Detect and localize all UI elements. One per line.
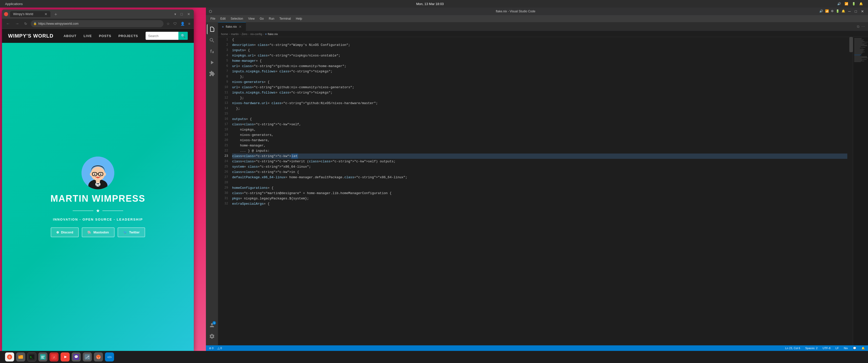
refresh-button[interactable]: ↻	[23, 21, 29, 27]
browser-tab-active[interactable]: Wimpy's World ✕	[10, 11, 51, 17]
code-line-19[interactable]: nixos-generators,	[232, 132, 847, 138]
statusbar-warnings[interactable]: △ 0	[217, 346, 223, 350]
run-debug-icon[interactable]	[207, 58, 217, 68]
statusbar-line-col[interactable]: Ln 23, Col 6	[784, 346, 801, 350]
code-line-5[interactable]: home-manager= {	[232, 58, 847, 64]
minimize-button[interactable]: ▾	[173, 11, 178, 16]
notification-icon[interactable]: 🔔	[859, 2, 863, 5]
menu-icon[interactable]: ≡	[187, 21, 191, 26]
taskbar-terminal[interactable]: $_	[27, 353, 36, 362]
vscode-bell-icon[interactable]: 🔔	[841, 9, 845, 13]
menu-go[interactable]: Go	[257, 16, 266, 22]
menu-file[interactable]: File	[208, 16, 218, 22]
tab-close-button[interactable]: ✕	[44, 12, 48, 16]
statusbar-language[interactable]: Nix	[843, 346, 849, 350]
vscode-settings-icon[interactable]: ⚙	[831, 9, 834, 13]
statusbar-line-ending[interactable]: LF	[834, 346, 840, 350]
search-icon[interactable]	[207, 35, 217, 45]
code-line-21[interactable]: home-manager,	[232, 143, 847, 148]
taskbar-files[interactable]	[16, 353, 25, 362]
shield-icon[interactable]: 🛡	[172, 21, 178, 26]
menu-help[interactable]: Help	[293, 16, 305, 22]
code-line-23[interactable]: class=class="c-string">"c-kw">let	[232, 154, 847, 159]
vscode-code-area[interactable]: 1234567891011121314151617181920212223242…	[218, 37, 849, 345]
profile-icon[interactable]: 👤	[179, 21, 186, 26]
scrollbar-thumb[interactable]	[849, 37, 853, 52]
new-tab-button[interactable]: ＋	[53, 11, 59, 17]
breadcrumb-home[interactable]: home	[221, 33, 228, 36]
code-line-20[interactable]: nixos-hardware,	[232, 138, 847, 143]
breadcrumb-nix-config[interactable]: nix-config	[250, 33, 262, 36]
settings-gear-icon[interactable]	[207, 331, 217, 341]
taskbar-youtube[interactable]	[61, 353, 70, 362]
nav-projects[interactable]: PROJECTS	[118, 34, 138, 38]
twitter-button[interactable]: 🐦 Twitter	[118, 227, 145, 237]
taskbar-editor[interactable]	[38, 353, 48, 362]
close-button[interactable]: ✕	[186, 11, 192, 16]
code-line-26[interactable]: class=class="c-string">"c-kw">in {	[232, 169, 847, 175]
statusbar-encoding[interactable]: UTF-8	[822, 346, 831, 350]
code-line-28[interactable]	[232, 180, 847, 185]
code-line-15[interactable]	[232, 111, 847, 117]
statusbar-errors[interactable]: ⊘ 0	[208, 346, 215, 350]
code-line-13[interactable]: nixos-hardware.url= class="c-string">"gi…	[232, 101, 847, 106]
discord-button[interactable]: ⊕ Discord	[51, 227, 79, 237]
code-line-8[interactable]: };	[232, 74, 847, 79]
account-icon[interactable]	[207, 320, 217, 330]
code-line-9[interactable]: nixos-generators= {	[232, 79, 847, 85]
vscode-maximize-btn[interactable]: □	[854, 9, 858, 13]
menu-view[interactable]: View	[246, 16, 257, 22]
menu-edit[interactable]: Edit	[218, 16, 228, 22]
applications-menu[interactable]: Applications	[5, 2, 23, 6]
vscode-scrollbar[interactable]	[849, 37, 853, 345]
code-line-12[interactable]: };	[232, 95, 847, 101]
breadcrumb-file[interactable]: flake.nix	[268, 33, 278, 36]
forward-button[interactable]: →	[13, 21, 21, 27]
code-line-29[interactable]: homeConfigurations= {	[232, 185, 847, 191]
search-input[interactable]	[146, 34, 178, 38]
extensions-icon[interactable]	[207, 69, 217, 79]
statusbar-notifications[interactable]: 🔔	[861, 346, 866, 350]
code-line-17[interactable]: class=class="c-string">"c-kw">self,	[232, 122, 847, 127]
bookmark-icon[interactable]: ☆	[165, 21, 171, 26]
code-line-22[interactable]: ... } @ inputs:	[232, 148, 847, 154]
nav-posts[interactable]: POSTS	[99, 34, 111, 38]
vscode-minimize-btn[interactable]: ─	[847, 9, 852, 13]
maximize-button[interactable]: □	[179, 11, 184, 16]
taskbar-git[interactable]: ⎇	[83, 353, 92, 362]
menu-run[interactable]: Run	[266, 16, 277, 22]
taskbar-vscode[interactable]: </>	[105, 353, 114, 362]
code-line-30[interactable]: class="c-string">"martin@designare" = ho…	[232, 191, 847, 196]
menu-terminal[interactable]: Terminal	[277, 16, 293, 22]
code-line-18[interactable]: nixpkgs,	[232, 127, 847, 132]
taskbar-chat[interactable]: 💬	[72, 353, 81, 362]
breadcrumb-zero[interactable]: Zero	[242, 33, 247, 36]
code-line-11[interactable]: inputs.nixpkgs.follows= class="c-string"…	[232, 90, 847, 95]
source-control-icon[interactable]	[207, 46, 217, 57]
explorer-icon[interactable]	[207, 24, 217, 34]
taskbar-music[interactable]: ♪	[50, 353, 59, 362]
code-line-10[interactable]: url= class="c-string">"github:nix-commun…	[232, 85, 847, 90]
code-line-16[interactable]: outputs= {	[232, 117, 847, 122]
statusbar-spaces[interactable]: Spaces: 2	[804, 346, 818, 350]
code-line-25[interactable]: system= class="c-string">"x86_64-linux";	[232, 164, 847, 169]
nav-about[interactable]: ABOUT	[64, 34, 76, 38]
tab-close-icon[interactable]: ✕	[239, 25, 242, 29]
code-line-14[interactable]: };	[232, 106, 847, 111]
split-editor-icon[interactable]: ⧉	[856, 25, 861, 29]
code-line-3[interactable]: inputs= {	[232, 47, 847, 53]
search-button[interactable]: 🔍	[178, 32, 188, 40]
code-line-7[interactable]: inputs.nixpkgs.follows= class="c-string"…	[232, 69, 847, 74]
nav-live[interactable]: LIVE	[84, 34, 92, 38]
code-line-6[interactable]: url= class="c-string">"github:nix-commun…	[232, 64, 847, 69]
code-line-2[interactable]: description= class="c-string">"Wimpy's N…	[232, 42, 847, 47]
code-line-31[interactable]: pkgs= nixpkgs.legacyPackages.${system};	[232, 196, 847, 201]
taskbar-brave[interactable]: B	[5, 353, 14, 362]
mastodon-button[interactable]: 🐘 Mastodon	[82, 227, 114, 237]
breadcrumb-martin[interactable]: martin	[231, 33, 239, 36]
code-line-27[interactable]: defaultPackage.x86_64-linux= home-manage…	[232, 175, 847, 180]
back-button[interactable]: ←	[4, 21, 11, 27]
code-line-24[interactable]: class=class="c-string">"c-kw">inherit (c…	[232, 159, 847, 164]
more-actions-icon[interactable]: ⋯	[861, 25, 866, 29]
address-bar[interactable]: 🔒 https://www.wimpysworld.com	[31, 20, 163, 27]
